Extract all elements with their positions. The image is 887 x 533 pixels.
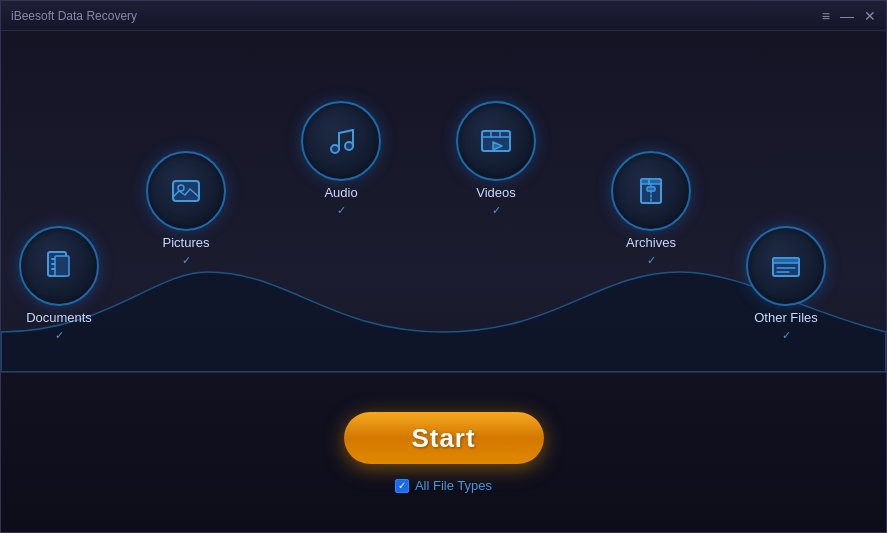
window-controls: ≡ — ✕ [822, 9, 876, 23]
svg-rect-24 [773, 258, 799, 263]
app-window: iBeesoft Data Recovery ≡ — ✕ [0, 0, 887, 533]
start-button[interactable]: Start [344, 412, 544, 464]
svg-line-11 [339, 130, 353, 133]
other-files-label: Other Files [754, 310, 818, 325]
bottom-panel: Start All File Types [1, 372, 886, 532]
titlebar: iBeesoft Data Recovery ≡ — ✕ [1, 1, 886, 31]
documents-icon [41, 248, 77, 284]
pictures-circle[interactable] [146, 151, 226, 231]
svg-rect-4 [55, 256, 69, 276]
archives-icon [633, 173, 669, 209]
archives-item[interactable]: Archives ✓ [611, 151, 691, 267]
videos-check: ✓ [492, 204, 501, 217]
app-title: iBeesoft Data Recovery [11, 9, 137, 23]
menu-button[interactable]: ≡ [822, 9, 830, 23]
other-files-check: ✓ [782, 329, 791, 342]
minimize-button[interactable]: — [840, 9, 854, 23]
documents-check: ✓ [55, 329, 64, 342]
main-area: Documents ✓ Pictures ✓ [1, 31, 886, 532]
other-files-icon [768, 248, 804, 284]
pictures-icon [168, 173, 204, 209]
svg-rect-5 [173, 181, 199, 201]
close-button[interactable]: ✕ [864, 9, 876, 23]
archives-check: ✓ [647, 254, 656, 267]
audio-check: ✓ [337, 204, 346, 217]
archives-label: Archives [626, 235, 676, 250]
videos-item[interactable]: Videos ✓ [456, 101, 536, 217]
pictures-label: Pictures [163, 235, 210, 250]
icons-area: Documents ✓ Pictures ✓ [1, 31, 886, 372]
pictures-item[interactable]: Pictures ✓ [146, 151, 226, 267]
all-file-types-row: All File Types [395, 478, 492, 493]
all-file-types-checkbox[interactable] [395, 479, 409, 493]
pictures-check: ✓ [182, 254, 191, 267]
audio-label: Audio [324, 185, 357, 200]
documents-item[interactable]: Documents ✓ [19, 226, 99, 342]
documents-label: Documents [26, 310, 92, 325]
videos-circle[interactable] [456, 101, 536, 181]
svg-point-8 [345, 142, 353, 150]
all-file-types-label: All File Types [415, 478, 492, 493]
videos-label: Videos [476, 185, 516, 200]
audio-circle[interactable] [301, 101, 381, 181]
audio-item[interactable]: Audio ✓ [301, 101, 381, 217]
svg-point-7 [331, 145, 339, 153]
audio-icon [323, 123, 359, 159]
videos-icon [478, 123, 514, 159]
documents-circle[interactable] [19, 226, 99, 306]
archives-circle[interactable] [611, 151, 691, 231]
other-files-item[interactable]: Other Files ✓ [746, 226, 826, 342]
other-files-circle[interactable] [746, 226, 826, 306]
